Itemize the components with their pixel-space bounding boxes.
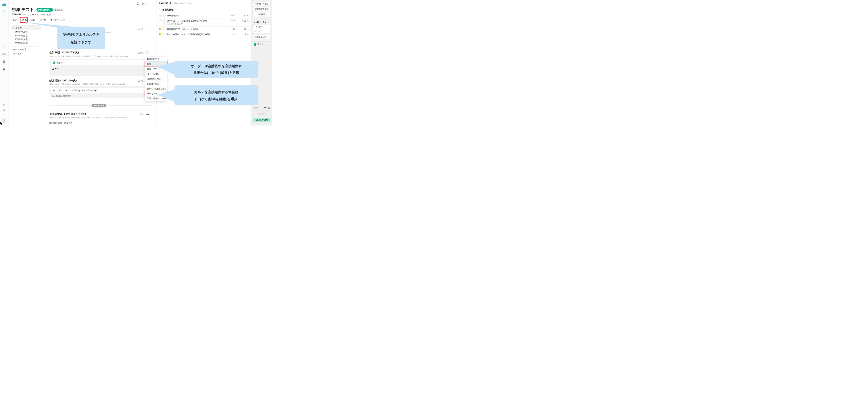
insurance-label: 主保険	[138, 80, 144, 82]
check-circle-icon: ✓	[254, 43, 256, 46]
billing-table-icon	[53, 61, 55, 64]
mouse-cursor	[0, 122, 2, 125]
change-history-button[interactable]: 変更履歴	[253, 12, 270, 17]
divider: │	[38, 13, 40, 15]
row-label[interactable]: ロキソニンテープ100mg 10cm×14cm 14枚	[167, 20, 207, 22]
patient-kana: ハツザワ テスト	[23, 13, 38, 16]
outpatient-tab-callout: [外来]タブよりカルテを 確認できます	[57, 27, 105, 49]
tab-bar-divider	[11, 23, 156, 23]
user-avatar[interactable]	[2, 118, 6, 123]
validation-badges[interactable]: ⚠ 2 ! 2	[251, 113, 272, 115]
row-points: 52	[231, 14, 236, 17]
tab-orders[interactable]: オーダー	[50, 19, 59, 21]
visit-history-header[interactable]: ∨ 診察歴	[11, 25, 41, 30]
points-sparkle-icon	[231, 14, 233, 16]
chevron-down-icon: ∨	[254, 21, 255, 23]
row-checkbox[interactable]	[163, 33, 166, 35]
help-icon[interactable]: ?	[3, 109, 5, 112]
tab-data[interactable]: データ	[39, 19, 46, 21]
file-link[interactable]: ファイル	[13, 52, 22, 55]
total-insurance-label: 保険	[254, 106, 258, 109]
row-label[interactable]: 外来・在宅ベースアップ評価料(1)2(再診時等)	[167, 33, 210, 36]
master-button[interactable]: マスター	[253, 25, 270, 29]
prescription-item-row[interactable]: ロキソニンテープ100mg 10cm×14cm 14枚	[51, 88, 151, 93]
menu-item-set-whole-consultation[interactable]: 診察全体をセット登録	[145, 96, 167, 101]
visit-item[interactable]: 26/01/05 診察	[15, 34, 28, 37]
warning-count: 2	[260, 113, 261, 115]
menu-item-print-prescription[interactable]: 処方箋を印刷	[145, 82, 167, 86]
ledger-list-icon[interactable]	[3, 60, 5, 63]
record-title: 処方 院外 26/01/06(火)	[50, 79, 77, 82]
tab-billing[interactable]: 会計	[60, 19, 65, 21]
menu-item-show-details[interactable]: 詳細を表示	[145, 66, 167, 71]
record-meta: 編集: ヘンリー従業員 (aiko.hatsuzawa)・26/01/06(火)…	[50, 55, 128, 58]
row-checkbox[interactable]	[163, 14, 166, 17]
insurance-label: 主保険	[138, 52, 144, 54]
visit-item[interactable]: 26/01/06 診察	[15, 30, 28, 33]
visit-item[interactable]: 26/01/02 診察	[15, 38, 28, 41]
row-label[interactable]: 処方箋料(リフィル以外・その他)	[167, 28, 198, 31]
add-source-group: マスター セット	[253, 25, 270, 33]
patient-id: 00000291	[12, 13, 21, 15]
patient-age-sex: 76歳・男性	[41, 13, 51, 16]
tab-highlight-box	[20, 17, 28, 23]
row-code: 80	[159, 28, 161, 30]
row-points: 2	[232, 33, 236, 35]
karte-note: 咽頭痛が継続。追加処方。	[50, 122, 74, 125]
patient-card-icon[interactable]	[142, 2, 145, 5]
auto-calc-button[interactable]: 自動算定を適用	[253, 7, 270, 11]
confirm-and-bill-button[interactable]: 確定して請求	[253, 118, 271, 122]
patient-search-icon[interactable]	[2, 10, 6, 13]
edit-karte-callout: カルテを直接編集する場合は […]から[診察を編集]を選択	[175, 85, 258, 105]
sidebar-divider	[253, 110, 270, 111]
menu-item-print-accounting[interactable]: 会計依頼を印刷	[145, 76, 167, 81]
actual-days-toggle[interactable]: ✓ 実日数	[254, 43, 264, 46]
points-sparkle-icon	[232, 33, 234, 35]
record-more-button[interactable]: ···	[146, 114, 149, 116]
notification-bell-icon[interactable]	[3, 68, 5, 70]
close-icon[interactable]: ×	[248, 1, 249, 4]
row-qty: 52 × 1	[244, 14, 249, 17]
insurance-combo-select[interactable]: 保険組合わせ ▾	[253, 35, 270, 39]
insurance-section-header[interactable]: 後期高齢者 ▾	[162, 8, 175, 11]
tab-personal[interactable]: 個人	[13, 19, 18, 21]
row-checkbox[interactable]	[163, 20, 166, 22]
record-title: 外来診療録 26/01/05(月) 12:18	[50, 113, 86, 116]
menu-item-register-set[interactable]: セットに登録	[145, 71, 167, 76]
prescription-card: ロキソニンテープ100mg 10cm×14cm 14枚 Rp.1 1日1回, 腰…	[50, 87, 152, 98]
day-divider-pill: 26/01/05 診察	[92, 104, 106, 107]
pill-icon	[53, 89, 55, 92]
info-count: 2	[265, 113, 266, 115]
row-checkbox[interactable]	[163, 28, 166, 30]
set-button[interactable]: セット	[253, 29, 270, 33]
edit-highlight-box	[144, 61, 168, 66]
henry-logo-icon[interactable]	[3, 4, 6, 7]
header-more-button[interactable]: ···	[147, 3, 151, 4]
receipt-link[interactable]: レセプト関係	[13, 48, 26, 51]
record-more-button[interactable]: ···	[146, 28, 149, 30]
status-badge[interactable]: 診察 会計待ち▾	[36, 8, 53, 12]
alert-bubble-icon[interactable]	[136, 2, 140, 5]
accounting-item-row[interactable]: 再診料	[51, 60, 151, 65]
warning-triangle-icon: ⚠	[258, 113, 259, 115]
record-more-button[interactable]: ···	[145, 50, 149, 55]
chevron-down-icon[interactable]: ∨	[159, 9, 160, 10]
record-date: 26/01/05(月) 12:18	[64, 113, 86, 116]
record-date: 2026/01/06(火)	[61, 51, 79, 54]
row-label[interactable]: 外来管理加算	[167, 14, 179, 17]
tab-records[interactable]: 記録	[31, 19, 35, 21]
row-checkbox[interactable]	[163, 23, 166, 25]
reception-dome-icon[interactable]	[3, 45, 6, 48]
info-circle-icon: !	[262, 113, 264, 115]
reset-reimport-button[interactable]: 初期化・再取込	[253, 2, 270, 6]
insurance-label: 主保険	[138, 113, 144, 116]
insurance-label: 主保険	[138, 28, 144, 30]
back-arrow-button[interactable]: ←	[12, 2, 15, 5]
menu-item-print-form2[interactable]: 診察を2号用紙に印刷	[145, 86, 167, 91]
inpatient-bed-icon[interactable]	[2, 53, 6, 55]
visit-item[interactable]: 26/01/01 診察	[15, 42, 28, 45]
settings-gear-icon[interactable]: ⚙	[3, 103, 5, 106]
billing-subtitle: 診察 26/01/06 15:36	[174, 2, 191, 5]
accounting-card: 再診料 12 再診	[50, 59, 152, 76]
add-to-billing-header[interactable]: ∨ 会計に追加	[254, 21, 267, 24]
